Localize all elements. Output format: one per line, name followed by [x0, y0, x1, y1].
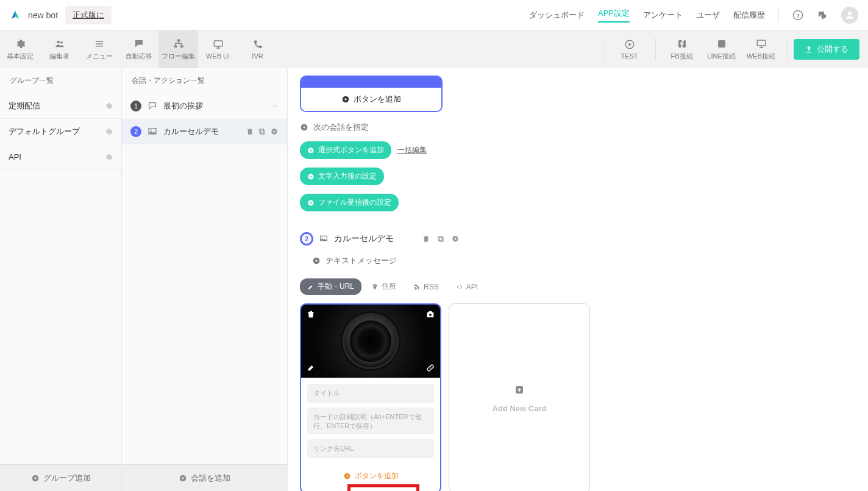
text-message-row[interactable]: テキストメッセージ: [312, 255, 763, 266]
svg-rect-5: [177, 39, 180, 41]
copy-icon[interactable]: [436, 235, 445, 243]
svg-point-2: [848, 12, 852, 15]
add-button-prev[interactable]: ボタンを追加: [301, 88, 441, 111]
gear-icon[interactable]: [104, 102, 113, 110]
carousel-card: タイトル カードの詳細説明（Alt+ENTERで改行、ENTERで保存） リンク…: [300, 303, 441, 491]
tab-manual-url[interactable]: 手動・URL: [300, 278, 361, 295]
groups-header: グループ一覧: [0, 68, 121, 93]
card-desc-input[interactable]: カードの詳細説明（Alt+ENTERで改行、ENTERで保存）: [307, 408, 434, 434]
nav-user[interactable]: ユーザ: [696, 10, 720, 21]
svg-rect-28: [438, 236, 442, 240]
tool-menu[interactable]: メニュー: [79, 30, 119, 68]
bulk-edit-link[interactable]: 一括編集: [397, 145, 427, 155]
tool-fb-connect[interactable]: FB接続: [662, 30, 702, 68]
section-number: 2: [300, 232, 313, 246]
svg-point-3: [57, 40, 60, 43]
chat-icon[interactable]: [817, 10, 828, 21]
nav-dashboard[interactable]: ダッシュボード: [529, 10, 585, 21]
play-icon[interactable]: [270, 127, 279, 136]
tool-test[interactable]: TEST: [610, 30, 649, 68]
gear-icon[interactable]: [104, 127, 113, 136]
publish-button[interactable]: 公開する: [794, 39, 859, 60]
next-convo-row[interactable]: 次の会話を指定: [300, 122, 763, 133]
add-group-button[interactable]: グループ追加: [0, 464, 121, 491]
tab-address[interactable]: 住所: [364, 278, 404, 295]
pill-text-setting[interactable]: 文字入力後の設定: [300, 168, 384, 185]
camera-icon[interactable]: [425, 309, 435, 319]
help-icon[interactable]: ?: [792, 10, 803, 21]
tool-editors[interactable]: 編集者: [40, 30, 79, 68]
svg-text:?: ?: [796, 12, 800, 18]
action-item-carousel[interactable]: 2 カルーセルデモ: [122, 119, 287, 144]
svg-point-26: [322, 237, 323, 238]
add-conversation-button[interactable]: 会話を追加: [122, 464, 287, 491]
image-icon: [148, 127, 157, 136]
trash-icon[interactable]: [422, 235, 430, 243]
bot-name: new bot: [28, 10, 58, 20]
card-title-input[interactable]: タイトル: [307, 384, 434, 403]
tab-api[interactable]: API: [449, 280, 485, 294]
svg-rect-8: [214, 41, 222, 46]
trash-icon[interactable]: [306, 309, 316, 319]
avatar[interactable]: [841, 7, 858, 24]
svg-rect-7: [180, 45, 183, 48]
image-icon: [319, 235, 328, 243]
trash-icon[interactable]: [246, 127, 254, 136]
svg-rect-17: [260, 129, 263, 133]
nav-delivery-history[interactable]: 配信履歴: [733, 10, 765, 21]
official-version-button[interactable]: 正式版に: [65, 6, 112, 24]
tool-auto-response[interactable]: 自動応答: [119, 30, 158, 68]
copy-icon[interactable]: [258, 127, 266, 136]
svg-rect-6: [174, 45, 177, 48]
section-title: カルーセルデモ: [334, 233, 394, 244]
link-icon[interactable]: [425, 363, 435, 373]
nav-app-settings[interactable]: APP設定: [598, 8, 630, 23]
gear-icon[interactable]: [104, 153, 113, 161]
logo-icon: [10, 10, 21, 21]
svg-point-15: [151, 130, 152, 131]
tool-web-connect[interactable]: WEB接続: [741, 30, 781, 68]
tab-rss[interactable]: RSS: [406, 280, 446, 294]
pill-add-choice[interactable]: 選択式ボタンを追加: [300, 141, 391, 159]
annotation-highlight: [347, 484, 419, 491]
tool-line-connect[interactable]: LINE接続: [702, 30, 741, 68]
card-image[interactable]: [301, 305, 440, 378]
chevron-down-icon[interactable]: [271, 102, 279, 110]
group-item-api[interactable]: API: [0, 144, 121, 170]
group-item-default[interactable]: デフォルトグループ: [0, 119, 121, 144]
card-url-input[interactable]: リンク先URL: [307, 439, 434, 458]
actions-header: 会話・アクション一覧: [122, 68, 287, 93]
tool-flow-edit[interactable]: フロー編集: [158, 30, 198, 68]
add-new-card[interactable]: Add New Card: [449, 303, 590, 491]
play-icon[interactable]: [451, 235, 460, 243]
group-item-periodic[interactable]: 定期配信: [0, 93, 121, 119]
svg-rect-16: [261, 130, 265, 134]
tool-basic-settings[interactable]: 基本設定: [0, 30, 40, 68]
tool-ivr[interactable]: IVR: [238, 30, 277, 68]
svg-rect-11: [718, 40, 725, 48]
pill-file-setting[interactable]: ファイル受信後の設定: [300, 194, 399, 211]
svg-rect-27: [439, 238, 443, 241]
nav-survey[interactable]: アンケート: [643, 10, 683, 21]
card-add-button[interactable]: ボタンを追加: [306, 465, 435, 486]
svg-rect-12: [757, 40, 766, 46]
brush-icon[interactable]: [306, 363, 316, 373]
tool-web-ui[interactable]: WEB UI: [198, 30, 238, 68]
svg-point-31: [429, 314, 432, 316]
action-item-greeting[interactable]: 1 最初の挨拶: [122, 93, 287, 119]
svg-point-4: [60, 41, 63, 43]
chat-bubble-icon: [148, 101, 157, 111]
